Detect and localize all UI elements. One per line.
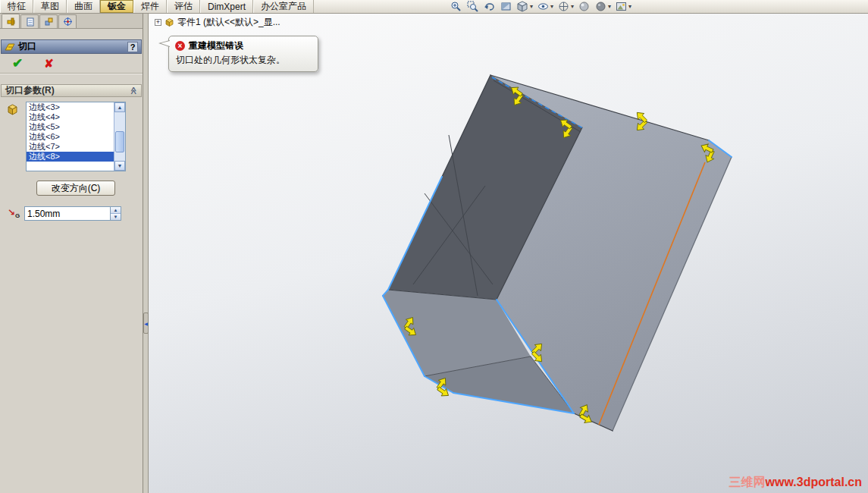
ribbon-tab-sheet-metal[interactable]: 钣金 [100, 0, 133, 13]
group-header-label: 切口参数(R) [5, 84, 55, 97]
tree-root-label[interactable]: 零件1 (默认<<默认>_显... [177, 16, 280, 29]
ribbon-tab-sketch[interactable]: 草图 [33, 0, 67, 13]
ribbon-tab-evaluate[interactable]: 评估 [167, 0, 200, 13]
rip-gap-input[interactable] [25, 207, 110, 220]
ribbon-tab-surfaces[interactable]: 曲面 [67, 0, 100, 13]
display-style-icon[interactable] [516, 1, 529, 12]
feature-manager-icon [6, 17, 16, 27]
feature-manager-tab[interactable] [2, 14, 20, 28]
change-direction-row: 改变方向(C) [26, 181, 126, 196]
main-content: 切口 ? ✔ ✘ 切口参数(R) ≪ 边线<3> 边线<4> 边线<5> 边线<… [0, 14, 868, 493]
scroll-up-button[interactable]: ▲ [114, 102, 125, 112]
chevron-down-icon: ▾ [608, 4, 611, 10]
chevron-down-icon: ▾ [628, 4, 631, 10]
previous-view-icon[interactable] [483, 1, 496, 12]
model-faces[interactable] [383, 75, 732, 431]
flyout-feature-tree: + 零件1 (默认<<默认>_显... [155, 16, 280, 29]
propertymanager-tab[interactable] [20, 14, 39, 28]
rip-parameters-group-header[interactable]: 切口参数(R) ≪ [1, 84, 142, 97]
confirm-bar: ✔ ✘ [0, 54, 143, 74]
error-message: 切口处的几何形状太复杂。 [175, 54, 312, 67]
chevron-down-icon: ▾ [571, 4, 574, 10]
panel-splitter[interactable]: ◀ [143, 14, 149, 493]
ribbon-tab-office-products[interactable]: 办公室产品 [253, 0, 314, 13]
section-view-icon[interactable] [500, 1, 512, 12]
rip-feature-icon [5, 42, 15, 52]
cancel-button[interactable]: ✘ [39, 57, 58, 70]
watermark-url: www.3dportal.cn [766, 476, 862, 488]
edge-list-item[interactable]: 边线<3> [27, 102, 114, 112]
change-direction-button[interactable]: 改变方向(C) [36, 181, 115, 196]
spin-up-button[interactable]: ▲ [111, 207, 121, 214]
apply-scene-icon[interactable] [594, 1, 607, 12]
edge-list-item[interactable]: 边线<7> [27, 142, 114, 152]
error-circle-x-icon: × [175, 41, 185, 51]
rip-gap-row: ↘G ▲ ▼ [5, 206, 138, 221]
edge-list-item[interactable]: 边线<4> [27, 112, 114, 122]
edge-list-item[interactable]: 边线<5> [27, 122, 114, 132]
ok-button[interactable]: ✔ [8, 56, 27, 71]
dimxpert-manager-icon [63, 17, 73, 27]
chevron-down-icon: ▾ [530, 4, 533, 10]
graphics-viewport[interactable]: + 零件1 (默认<<默认>_显... × 重建模型错误 切口处的几何形状太复杂… [149, 14, 868, 493]
zoom-in-icon[interactable] [450, 1, 462, 12]
feature-title-bar: 切口 ? [1, 39, 142, 54]
gap-spinner: ▲ ▼ [110, 207, 121, 220]
propertymanager-icon [25, 17, 35, 27]
edge-selection-icon [6, 103, 19, 118]
appearances-icon[interactable] [578, 1, 591, 12]
view-orientation-item: ▾ [557, 1, 574, 12]
ribbon-tab-weldments[interactable]: 焊件 [133, 0, 167, 13]
display-style-item: ▾ [516, 1, 533, 12]
hide-show-items-icon[interactable] [537, 1, 550, 12]
dimxpert-manager-tab[interactable] [58, 14, 77, 28]
watermark: 三维网www.3dportal.cn [729, 475, 862, 491]
ribbon-tab-features[interactable]: 特征 [0, 0, 33, 13]
collapse-chevron-icon: ≪ [129, 86, 137, 94]
hide-show-item: ▾ [537, 1, 553, 12]
rip-gap-icon: ↘G [6, 208, 21, 219]
property-manager-panel: 切口 ? ✔ ✘ 切口参数(R) ≪ 边线<3> 边线<4> 边线<5> 边线<… [0, 14, 143, 493]
error-title: 重建模型错误 [189, 39, 243, 52]
view-settings-item: ▾ [615, 1, 631, 12]
chevron-down-icon: ▾ [550, 4, 553, 10]
edge-list-item-selected[interactable]: 边线<8> [27, 152, 114, 162]
rebuild-error-balloon: × 重建模型错误 切口处的几何形状太复杂。 [168, 36, 318, 72]
view-settings-icon[interactable] [615, 1, 628, 12]
feature-title: 切口 [18, 40, 36, 53]
edge-list-item[interactable]: 边线<6> [27, 132, 114, 142]
scrollbar-thumb[interactable] [115, 131, 124, 152]
heads-up-view-toolbar: ▾ ▾ ▾ ▾ ▾ [450, 0, 631, 13]
configuration-manager-icon [44, 17, 54, 27]
gap-field-wrap: ▲ ▼ [24, 206, 121, 221]
scroll-down-button[interactable]: ▼ [114, 161, 125, 171]
manager-tab-strip [0, 14, 143, 29]
spin-down-button[interactable]: ▼ [111, 214, 121, 220]
balloon-title-row: × 重建模型错误 [175, 39, 312, 52]
edge-items: 边线<3> 边线<4> 边线<5> 边线<6> 边线<7> 边线<8> [27, 102, 114, 162]
panel-collapse-handle[interactable]: ◀ [143, 312, 149, 334]
rip-parameters-group-body: 边线<3> 边线<4> 边线<5> 边线<6> 边线<7> 边线<8> ▲ ▼ … [0, 97, 143, 228]
model-canvas[interactable] [149, 14, 868, 493]
command-manager-bar: 特征 草图 曲面 钣金 焊件 评估 DimXpert 办公室产品 ▾ ▾ [0, 0, 868, 14]
tree-expander[interactable]: + [155, 19, 161, 26]
zoom-to-area-icon[interactable] [466, 1, 479, 12]
help-button[interactable]: ? [127, 42, 138, 52]
configuration-manager-tab[interactable] [39, 14, 58, 28]
part-icon [165, 17, 174, 27]
edges-to-rip-listbox[interactable]: 边线<3> 边线<4> 边线<5> 边线<6> 边线<7> 边线<8> ▲ ▼ [26, 102, 126, 171]
list-scrollbar[interactable]: ▲ ▼ [114, 102, 125, 171]
apply-scene-item: ▾ [594, 1, 611, 12]
ribbon-tab-dimxpert[interactable]: DimXpert [200, 0, 253, 13]
view-orientation-icon[interactable] [557, 1, 570, 12]
watermark-prefix: 三维网 [729, 476, 766, 488]
